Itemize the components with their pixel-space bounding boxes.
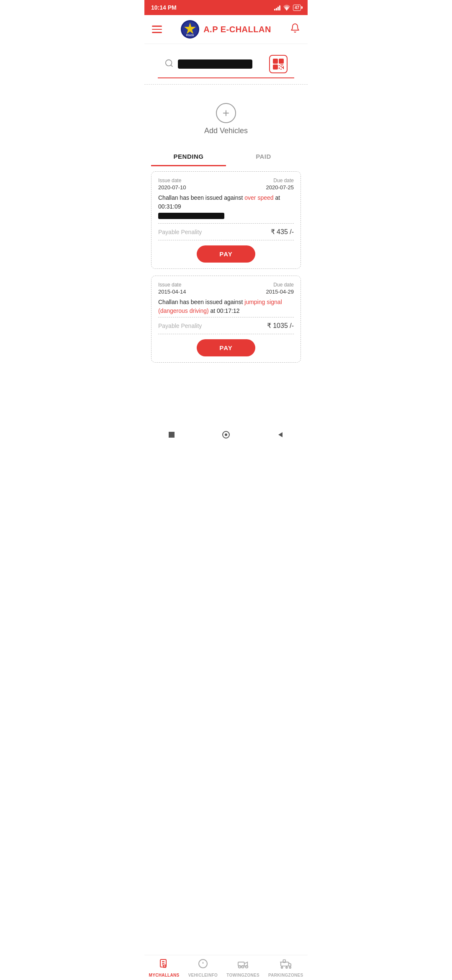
add-vehicles-label: Add Vehicles <box>204 126 248 135</box>
search-bar: A●●●●●●● <box>158 51 294 78</box>
challan-tabs: PENDING PAID <box>151 148 301 166</box>
issue-date-value-2: 2015-04-14 <box>158 289 186 295</box>
penalty-amount-2: ₹ 1035 /- <box>267 322 294 330</box>
challan-dates-1: Issue date 2020-07-10 Due date 2020-07-2… <box>158 178 294 191</box>
due-date-value-1: 2020-07-25 <box>266 184 294 191</box>
add-circle-icon: + <box>216 103 236 123</box>
svg-point-42 <box>225 433 227 436</box>
header-center: POLICE A.P E-CHALLAN <box>181 20 271 39</box>
svg-marker-43 <box>278 432 282 437</box>
svg-point-5 <box>166 59 172 66</box>
penalty-amount-1: ₹ 435 /- <box>271 228 294 236</box>
svg-rect-40 <box>169 432 175 438</box>
home-button[interactable] <box>222 431 230 439</box>
issue-date-label-2: Issue date <box>158 282 186 288</box>
search-divider <box>144 84 308 85</box>
due-date-label-2: Due date <box>266 282 294 288</box>
violation-1: over speed <box>244 194 273 201</box>
qr-icon <box>272 58 284 70</box>
status-bar: 10:14 PM 47 <box>144 0 308 15</box>
due-date-group-1: Due date 2020-07-25 <box>266 178 294 191</box>
app-header: POLICE A.P E-CHALLAN <box>144 15 308 44</box>
challan-dates-2: Issue date 2015-04-14 Due date 2015-04-2… <box>158 282 294 295</box>
issue-date-label-1: Issue date <box>158 178 186 183</box>
challan-vehicle-1: NU44TGVRETROLPUMP <box>158 213 294 219</box>
challan-card-2: Issue date 2015-04-14 Due date 2015-04-2… <box>151 276 301 363</box>
search-icon <box>164 59 174 70</box>
challan-description-1: Challan has been issued against over spe… <box>158 193 294 211</box>
issue-date-value-1: 2020-07-10 <box>158 184 186 191</box>
issue-date-group-2: Issue date 2015-04-14 <box>158 282 186 295</box>
svg-rect-10 <box>280 60 282 62</box>
svg-text:POLICE: POLICE <box>186 34 194 36</box>
search-value[interactable]: A●●●●●●● <box>178 59 265 69</box>
penalty-label-2: Payable Penality <box>158 322 202 329</box>
due-date-label-1: Due date <box>266 178 294 183</box>
issue-date-group-1: Issue date 2020-07-10 <box>158 178 186 191</box>
notification-button[interactable] <box>290 23 300 36</box>
status-icons: 47 <box>274 5 301 11</box>
pay-button-2[interactable]: PAY <box>197 339 255 356</box>
due-date-value-2: 2015-04-29 <box>266 289 294 295</box>
challan-description-2: Challan has been issued against jumping … <box>158 298 294 315</box>
menu-button[interactable] <box>152 26 162 33</box>
due-date-group-2: Due date 2015-04-29 <box>266 282 294 295</box>
challan-card-1: Issue date 2020-07-10 Due date 2020-07-2… <box>151 171 301 269</box>
svg-line-6 <box>171 65 172 67</box>
add-vehicles-button[interactable]: + Add Vehicles <box>144 90 308 144</box>
challan-list: Issue date 2020-07-10 Due date 2020-07-2… <box>144 166 308 368</box>
qr-scan-button[interactable] <box>269 55 288 73</box>
svg-rect-12 <box>274 66 277 68</box>
wifi-icon <box>283 5 290 10</box>
stop-button[interactable] <box>167 431 176 439</box>
tab-paid[interactable]: PAID <box>226 148 301 166</box>
battery-level: 47 <box>295 5 299 10</box>
penalty-row-1: Payable Penality ₹ 435 /- <box>158 223 294 240</box>
app-title: A.P E-CHALLAN <box>203 25 271 34</box>
svg-rect-8 <box>274 60 277 62</box>
tab-pending[interactable]: PENDING <box>151 148 226 166</box>
pay-button-1[interactable]: PAY <box>197 245 255 263</box>
police-logo: POLICE <box>181 20 199 39</box>
penalty-label-1: Payable Penality <box>158 229 202 235</box>
battery-icon: 47 <box>293 5 301 11</box>
back-button[interactable] <box>276 431 285 439</box>
signal-icon <box>274 5 280 10</box>
search-section: A●●●●●●● <box>144 44 308 78</box>
system-navigation <box>144 426 308 445</box>
status-time: 10:14 PM <box>151 4 177 11</box>
penalty-row-2: Payable Penality ₹ 1035 /- <box>158 317 294 334</box>
